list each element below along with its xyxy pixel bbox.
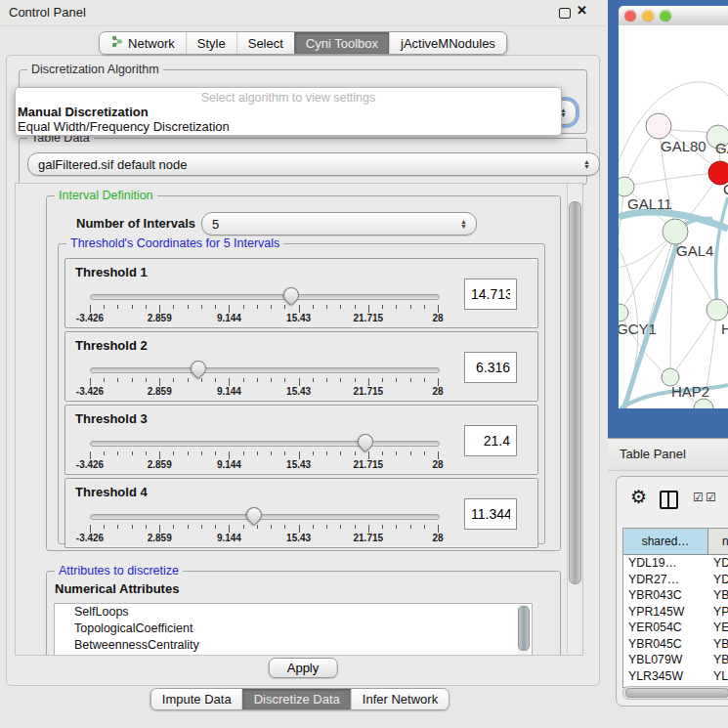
network-window-titlebar[interactable] bbox=[619, 6, 728, 26]
tab-style[interactable]: Style bbox=[186, 32, 236, 54]
attribute-list-item[interactable]: BetweennessCentrality bbox=[55, 637, 532, 654]
tab-network[interactable]: Network bbox=[100, 32, 186, 54]
slider-thumb[interactable] bbox=[243, 504, 266, 527]
mac-close-icon[interactable] bbox=[624, 10, 636, 21]
number-of-intervals-combobox[interactable]: 5 ▲▼ bbox=[201, 212, 477, 236]
threshold-value-input[interactable] bbox=[464, 425, 517, 456]
slider-tick bbox=[215, 525, 216, 529]
network-canvas[interactable]: GAL80GACGAL11GAL4GCY1HHAP2 bbox=[619, 25, 728, 408]
algorithm-option[interactable]: Equal Width/Frequency Discretization bbox=[16, 119, 561, 134]
cell-name: YBR0 bbox=[708, 588, 728, 602]
slider-tick-label: -3.426 bbox=[76, 459, 104, 470]
slider-tick bbox=[243, 378, 244, 382]
slider-thumb[interactable] bbox=[355, 431, 377, 453]
slider-tick bbox=[326, 378, 327, 382]
tab-infer-network[interactable]: Infer Network bbox=[351, 689, 449, 709]
tab-cyni-toolbox[interactable]: Cyni Toolbox bbox=[294, 32, 389, 54]
table-row[interactable]: YDR27…YDR2 bbox=[623, 572, 728, 588]
slider-thumb[interactable] bbox=[280, 284, 303, 307]
mac-minimize-icon[interactable] bbox=[642, 10, 654, 21]
algorithm-option[interactable]: Manual Discretization bbox=[16, 105, 561, 119]
network-node-gal11[interactable] bbox=[619, 177, 634, 196]
network-node-gal80[interactable] bbox=[646, 113, 671, 139]
settings-scrollbar-thumb[interactable] bbox=[569, 201, 581, 584]
table-row[interactable]: YER054CYER0 bbox=[623, 620, 728, 636]
table-row[interactable]: YBL079WYBL0 bbox=[623, 652, 728, 668]
threshold-panel-1: Threshold 1-3.4262.8599.14415.4321.71528 bbox=[64, 258, 538, 328]
tab-jactivemnodules[interactable]: jActiveMNodules bbox=[389, 32, 506, 54]
slider-tick bbox=[243, 305, 244, 309]
algorithm-popup-items: Manual DiscretizationEqual Width/Frequen… bbox=[16, 105, 561, 134]
gear-icon[interactable]: ⚙ bbox=[630, 488, 647, 506]
cyni-toolbox-panel: Discretization Algorithm ▲▼ Select algor… bbox=[6, 55, 600, 686]
threshold-value-input[interactable] bbox=[464, 498, 517, 530]
close-icon[interactable]: ✕ bbox=[577, 3, 587, 18]
tab-discretize-data[interactable]: Discretize Data bbox=[242, 689, 351, 709]
tab-select[interactable]: Select bbox=[236, 32, 294, 54]
slider-track[interactable] bbox=[90, 441, 440, 447]
slider-tick bbox=[382, 378, 383, 382]
attribute-list-item[interactable]: TopologicalCoefficient bbox=[55, 621, 532, 637]
table-hscrollbar-thumb[interactable] bbox=[625, 688, 728, 698]
network-edge-highlighted[interactable] bbox=[715, 197, 728, 309]
node-label: GAL80 bbox=[661, 138, 707, 154]
tab-label: Discretize Data bbox=[254, 692, 340, 707]
cell-name: YPR1 bbox=[708, 605, 728, 619]
control-panel: Control Panel ✕ NetworkStyleSelectCyni T… bbox=[0, 0, 606, 728]
slider-track[interactable] bbox=[90, 367, 440, 373]
node-label: GAL4 bbox=[676, 242, 713, 259]
slider-tick bbox=[326, 305, 327, 309]
table-row[interactable]: YDL19…YDL1 bbox=[623, 555, 728, 572]
network-node-gcy1[interactable] bbox=[619, 304, 628, 321]
slider-tick bbox=[284, 451, 285, 455]
slider-tick-label: 21.715 bbox=[354, 313, 384, 323]
columns-icon[interactable] bbox=[660, 491, 678, 509]
table-horizontal-scrollbar[interactable] bbox=[622, 686, 728, 700]
threshold-value-input[interactable] bbox=[464, 352, 517, 383]
slider-tick bbox=[271, 451, 272, 455]
slider-tick-label: 9.144 bbox=[217, 386, 241, 397]
column-header-name[interactable]: n bbox=[708, 529, 728, 554]
cell-shared-name: YDL19… bbox=[623, 556, 708, 570]
network-node-h[interactable] bbox=[707, 299, 728, 321]
table-row[interactable]: YBR043CYBR0 bbox=[623, 587, 728, 604]
slider-tick-label: 9.144 bbox=[217, 533, 241, 543]
column-header-shared-name[interactable]: shared… bbox=[623, 529, 708, 554]
slider-tick bbox=[201, 378, 202, 382]
tab-impute-data[interactable]: Impute Data bbox=[151, 689, 242, 709]
attribute-list-item[interactable]: SelfLoops bbox=[55, 604, 532, 621]
checkbox-icon[interactable]: ☑ bbox=[693, 491, 704, 504]
node-table[interactable]: shared… n YDL19…YDL1YDR27…YDR2YBR043CYBR… bbox=[622, 528, 728, 688]
slider-track[interactable] bbox=[90, 514, 440, 520]
slider-thumb[interactable] bbox=[188, 358, 210, 380]
threshold-value-input[interactable] bbox=[464, 278, 517, 310]
apply-button[interactable]: Apply bbox=[269, 658, 338, 678]
mac-zoom-icon[interactable] bbox=[660, 10, 671, 21]
thresholds-group: Threshold's Coordinates for 5 Intervals … bbox=[58, 243, 545, 544]
slider-tick bbox=[368, 305, 369, 313]
slider-tick bbox=[90, 378, 91, 386]
attributes-scrollbar-thumb[interactable] bbox=[518, 606, 530, 651]
slider-tick-label: 15.43 bbox=[286, 459, 311, 470]
checkbox-icon[interactable]: ☑ bbox=[706, 491, 716, 504]
table-data-combobox[interactable]: galFiltered.sif default node ▲▼ bbox=[27, 152, 600, 176]
settings-vertical-scrollbar[interactable] bbox=[567, 184, 581, 653]
slider-track[interactable] bbox=[90, 294, 440, 300]
attributes-group-title: Attributes to discretize bbox=[55, 564, 183, 578]
slider-tick bbox=[438, 305, 439, 313]
table-row[interactable]: YLR345WYLR3 bbox=[623, 668, 728, 685]
slider-tick-label: 21.715 bbox=[354, 533, 384, 543]
network-graph[interactable]: GAL80GACGAL11GAL4GCY1HHAP2 bbox=[619, 25, 728, 408]
table-row[interactable]: YBR045CYBR0 bbox=[623, 636, 728, 653]
network-node[interactable] bbox=[694, 399, 713, 408]
slider-tick-label: 2.859 bbox=[148, 533, 172, 543]
numerical-attributes-list[interactable]: SelfLoopsTopologicalCoefficientBetweenne… bbox=[54, 603, 533, 656]
attributes-scrollbar[interactable] bbox=[517, 605, 529, 656]
slider-tick-label: 28 bbox=[432, 386, 443, 397]
network-node-gal4[interactable] bbox=[663, 219, 688, 244]
cell-name: YER0 bbox=[708, 621, 728, 634]
table-row[interactable]: YPR145WYPR1 bbox=[623, 604, 728, 621]
float-window-icon[interactable] bbox=[559, 8, 571, 19]
network-edge[interactable] bbox=[624, 173, 720, 187]
tab-label: Select bbox=[248, 36, 283, 51]
